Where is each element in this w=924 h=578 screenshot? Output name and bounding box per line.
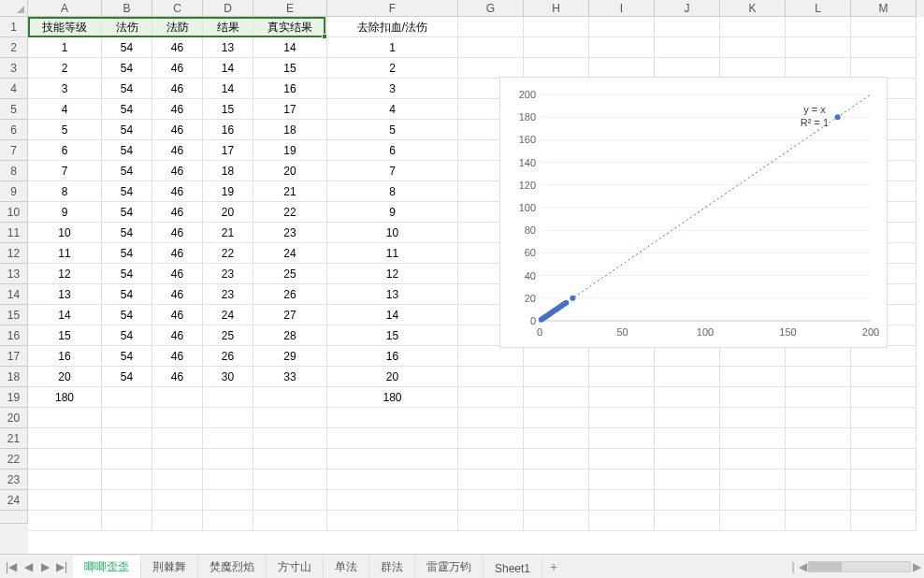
cell[interactable] <box>203 490 253 511</box>
cell[interactable]: 14 <box>253 37 327 58</box>
cell[interactable] <box>524 346 589 367</box>
row-header[interactable]: 5 <box>0 99 28 120</box>
cell[interactable]: 25 <box>253 264 327 284</box>
cell[interactable]: 54 <box>102 346 152 367</box>
row-header[interactable]: 14 <box>0 284 28 305</box>
cell[interactable] <box>851 490 917 511</box>
cell[interactable] <box>253 449 327 470</box>
cell[interactable] <box>851 58 917 79</box>
sheet-tab[interactable]: 单法 <box>324 556 369 579</box>
sheet-tab[interactable]: Sheet1 <box>484 558 542 579</box>
cell[interactable] <box>655 367 720 387</box>
cell[interactable] <box>786 367 851 387</box>
cell[interactable]: 46 <box>152 161 203 181</box>
cell[interactable] <box>524 387 589 408</box>
cell[interactable] <box>203 428 253 449</box>
cell[interactable]: 8 <box>327 181 458 202</box>
row-header[interactable]: 20 <box>0 408 28 428</box>
cell[interactable]: 24 <box>203 305 253 325</box>
cell[interactable] <box>524 470 589 490</box>
cell[interactable] <box>589 37 655 58</box>
cell[interactable] <box>253 408 327 428</box>
cell[interactable]: 9 <box>327 202 458 223</box>
col-header-G[interactable]: G <box>458 0 524 17</box>
cell[interactable] <box>589 470 655 490</box>
cell[interactable] <box>720 408 786 428</box>
cell[interactable] <box>851 367 917 387</box>
cell[interactable] <box>102 408 152 428</box>
cell[interactable] <box>253 428 327 449</box>
cell[interactable]: 54 <box>102 161 152 181</box>
row-header[interactable]: 4 <box>0 79 28 99</box>
row-header[interactable]: 13 <box>0 264 28 284</box>
cell[interactable] <box>28 428 102 449</box>
cell[interactable] <box>786 428 851 449</box>
horizontal-scrollbar[interactable]: | ◀ ▶ <box>789 555 924 579</box>
col-header-K[interactable]: K <box>720 0 786 17</box>
cell[interactable]: 5 <box>327 120 458 140</box>
embedded-chart[interactable]: 020406080100120140160180200050100150200y… <box>499 77 888 348</box>
table-header-cell[interactable] <box>589 17 655 37</box>
row-header[interactable]: 24 <box>0 490 28 511</box>
row-header[interactable]: 12 <box>0 243 28 264</box>
cell[interactable] <box>458 449 524 470</box>
cell[interactable]: 21 <box>253 181 327 202</box>
cell[interactable] <box>102 449 152 470</box>
row-header[interactable]: 6 <box>0 120 28 140</box>
nav-prev-icon[interactable]: ◀ <box>21 558 36 575</box>
cell[interactable] <box>655 470 720 490</box>
cell[interactable] <box>102 470 152 490</box>
row-header[interactable]: 23 <box>0 470 28 490</box>
sheet-tab[interactable]: 方寸山 <box>267 556 324 579</box>
row-header[interactable] <box>0 511 28 524</box>
cell[interactable]: 15 <box>253 58 327 79</box>
cell[interactable]: 1 <box>327 37 458 58</box>
cell[interactable] <box>786 511 851 531</box>
cell[interactable]: 46 <box>152 99 203 120</box>
cell[interactable]: 22 <box>203 243 253 264</box>
cell[interactable] <box>655 490 720 511</box>
table-header-cell[interactable]: 法防 <box>152 17 203 37</box>
cell[interactable]: 46 <box>152 305 203 325</box>
cell[interactable] <box>28 470 102 490</box>
cell[interactable]: 22 <box>253 202 327 223</box>
cell[interactable]: 21 <box>203 223 253 243</box>
cell[interactable] <box>152 408 203 428</box>
col-header-A[interactable]: A <box>28 0 102 17</box>
table-header-cell[interactable] <box>851 17 917 37</box>
cell[interactable]: 4 <box>327 99 458 120</box>
cell[interactable]: 54 <box>102 264 152 284</box>
cell[interactable]: 11 <box>28 243 102 264</box>
scroll-right-icon[interactable]: ▶ <box>913 560 920 573</box>
cell[interactable] <box>851 511 917 531</box>
cell[interactable] <box>786 387 851 408</box>
cell[interactable]: 28 <box>253 325 327 346</box>
col-header-D[interactable]: D <box>203 0 253 17</box>
cell[interactable] <box>327 490 458 511</box>
scroll-thumb[interactable] <box>809 562 842 571</box>
row-header[interactable]: 21 <box>0 428 28 449</box>
cell[interactable]: 14 <box>203 58 253 79</box>
cell[interactable] <box>720 470 786 490</box>
cell[interactable]: 46 <box>152 367 203 387</box>
select-all-corner[interactable] <box>0 0 28 17</box>
cell[interactable]: 15 <box>203 99 253 120</box>
cell[interactable]: 12 <box>28 264 102 284</box>
cell[interactable] <box>786 490 851 511</box>
cell[interactable] <box>655 449 720 470</box>
row-header[interactable]: 2 <box>0 37 28 58</box>
cell[interactable] <box>851 449 917 470</box>
cell[interactable]: 10 <box>327 223 458 243</box>
cell[interactable]: 46 <box>152 284 203 305</box>
row-header[interactable]: 11 <box>0 223 28 243</box>
cell[interactable]: 10 <box>28 223 102 243</box>
cell[interactable]: 46 <box>152 79 203 99</box>
cell[interactable] <box>102 511 152 531</box>
cell[interactable] <box>720 428 786 449</box>
table-header-cell[interactable]: 去除扣血/法伤 <box>327 17 458 37</box>
cell[interactable]: 54 <box>102 58 152 79</box>
cell[interactable]: 6 <box>28 140 102 161</box>
col-header-E[interactable]: E <box>253 0 327 17</box>
cell[interactable] <box>720 37 786 58</box>
cell[interactable]: 13 <box>203 37 253 58</box>
